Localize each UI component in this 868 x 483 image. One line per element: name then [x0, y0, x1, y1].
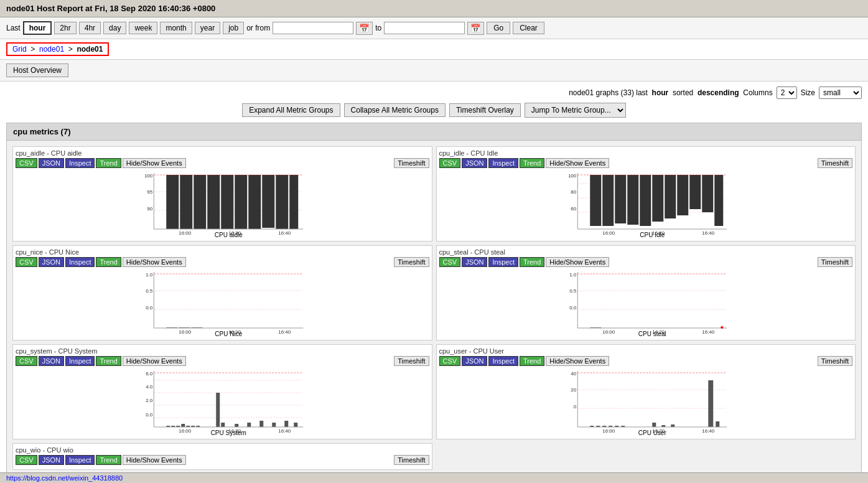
- graph-svg-user: 40 20 0 16:00 16:20 16:40 CPU User: [439, 368, 853, 436]
- svg-rect-4: [180, 175, 192, 229]
- graph-svg-nice: 1.0 0.5 0.0 16:00 16:20 16:40 CPU Nice: [16, 269, 429, 337]
- trend-button-nice[interactable]: Trend: [96, 257, 121, 267]
- hide-events-button-wio[interactable]: Hide/Show Events: [123, 455, 186, 465]
- json-button-nice[interactable]: JSON: [39, 257, 64, 267]
- hide-events-button-aidle[interactable]: Hide/Show Events: [123, 158, 186, 168]
- breadcrumb-current: node01: [77, 45, 103, 54]
- svg-rect-35: [689, 175, 701, 209]
- csv-button-idle[interactable]: CSV: [439, 158, 461, 168]
- time-btn-hour[interactable]: hour: [23, 21, 52, 35]
- json-button-wio[interactable]: JSON: [39, 455, 64, 465]
- hide-events-button-nice[interactable]: Hide/Show Events: [123, 257, 186, 267]
- svg-text:16:40: 16:40: [702, 329, 715, 335]
- time-btn-job[interactable]: job: [223, 22, 244, 34]
- timeshift-button-idle[interactable]: Timeshift: [818, 158, 852, 168]
- time-btn-4hr[interactable]: 4hr: [79, 22, 101, 34]
- breadcrumb-grid-link[interactable]: Grid: [12, 45, 27, 54]
- time-btn-day[interactable]: day: [103, 22, 126, 34]
- graph-cell-cpu-wio: cpu_wio - CPU wio CSV JSON Inspect Trend…: [12, 443, 432, 470]
- graph-buttons-user: CSV JSON Inspect Trend Hide/Show Events …: [439, 356, 853, 366]
- time-btn-year[interactable]: year: [195, 22, 220, 34]
- to-calendar-icon[interactable]: 📅: [467, 22, 484, 35]
- collapse-all-button[interactable]: Collapse All Metric Groups: [344, 103, 446, 117]
- time-btn-week[interactable]: week: [129, 22, 157, 34]
- graph-svg-aidle: 100 95 90 16:00 16:20 16:40 CPU aidle: [16, 170, 429, 238]
- csv-button-wio[interactable]: CSV: [16, 455, 37, 465]
- to-date-input[interactable]: [384, 22, 465, 34]
- trend-button-wio[interactable]: Trend: [96, 455, 121, 465]
- go-button[interactable]: Go: [487, 22, 510, 34]
- breadcrumb: Grid > node01 > node01: [6, 42, 109, 56]
- columns-select[interactable]: 2 1 3 4: [777, 87, 797, 99]
- json-button-user[interactable]: JSON: [462, 356, 487, 366]
- csv-button-aidle[interactable]: CSV: [16, 158, 37, 168]
- svg-text:CPU aidle: CPU aidle: [215, 232, 243, 238]
- inspect-button-nice[interactable]: Inspect: [65, 257, 95, 267]
- timeshift-button-steal[interactable]: Timeshift: [818, 257, 852, 267]
- size-select[interactable]: small medium large xlarge: [819, 87, 862, 99]
- timeshift-button-user[interactable]: Timeshift: [818, 356, 852, 366]
- inspect-button-idle[interactable]: Inspect: [488, 158, 518, 168]
- svg-text:1.0: 1.0: [146, 272, 153, 278]
- json-button-aidle[interactable]: JSON: [39, 158, 64, 168]
- graph-buttons-aidle: CSV JSON Inspect Trend Hide/Show Events …: [16, 158, 429, 168]
- graph-toolbar: Expand All Metric Groups Collapse All Me…: [6, 103, 862, 118]
- metric-group-title-text: cpu metrics (7): [13, 127, 70, 136]
- svg-rect-31: [640, 175, 651, 226]
- graph-metric-title-nice: cpu_nice - CPU Nice: [16, 248, 429, 256]
- graph-cell-cpu-nice: cpu_nice - CPU Nice CSV JSON Inspect Tre…: [12, 245, 432, 340]
- from-date-input[interactable]: [273, 22, 353, 34]
- svg-text:0.0: 0.0: [146, 305, 153, 311]
- csv-button-steal[interactable]: CSV: [439, 257, 461, 267]
- timeshift-overlay-button[interactable]: Timeshift Overlay: [449, 103, 521, 117]
- host-overview-button[interactable]: Host Overview: [6, 63, 68, 77]
- svg-text:100: 100: [567, 173, 576, 179]
- hide-events-button-system[interactable]: Hide/Show Events: [123, 356, 186, 366]
- graph-metric-title-aidle: cpu_aidle - CPU aidle: [16, 149, 429, 157]
- hide-events-button-steal[interactable]: Hide/Show Events: [546, 257, 609, 267]
- graph-cell-cpu-user: cpu_user - CPU User CSV JSON Inspect Tre…: [436, 344, 856, 439]
- json-button-steal[interactable]: JSON: [462, 257, 487, 267]
- breadcrumb-node01-link[interactable]: node01: [39, 45, 64, 54]
- time-btn-month[interactable]: month: [160, 22, 192, 34]
- json-button-system[interactable]: JSON: [39, 356, 64, 366]
- trend-button-steal[interactable]: Trend: [520, 257, 544, 267]
- inspect-button-system[interactable]: Inspect: [65, 356, 95, 366]
- timeshift-button-nice[interactable]: Timeshift: [394, 257, 429, 267]
- timeshift-button-system[interactable]: Timeshift: [394, 356, 429, 366]
- svg-text:0.0: 0.0: [146, 412, 153, 418]
- svg-text:20: 20: [571, 387, 576, 393]
- csv-button-user[interactable]: CSV: [439, 356, 461, 366]
- csv-button-system[interactable]: CSV: [16, 356, 37, 366]
- svg-text:4.0: 4.0: [146, 384, 153, 390]
- json-button-idle[interactable]: JSON: [462, 158, 487, 168]
- inspect-button-aidle[interactable]: Inspect: [65, 158, 95, 168]
- svg-rect-119: [652, 423, 656, 427]
- svg-text:CPU Nice: CPU Nice: [215, 331, 242, 337]
- inspect-button-wio[interactable]: Inspect: [65, 455, 95, 465]
- csv-button-nice[interactable]: CSV: [16, 257, 37, 267]
- graph-canvas-aidle: 100 95 90 16:00 16:20 16:40 CPU aidle: [16, 170, 429, 238]
- svg-rect-5: [194, 175, 206, 229]
- timeshift-button-aidle[interactable]: Timeshift: [394, 158, 429, 168]
- svg-text:60: 60: [571, 206, 576, 212]
- graph-time: hour: [652, 88, 669, 97]
- hide-events-button-idle[interactable]: Hide/Show Events: [546, 158, 609, 168]
- time-btn-2hr[interactable]: 2hr: [54, 22, 76, 34]
- graph-svg-system: 6.0 4.0 2.0 0.0 16:00 16:20 16:40 CPU Sy…: [16, 368, 429, 436]
- expand-all-button[interactable]: Expand All Metric Groups: [242, 103, 340, 117]
- trend-button-system[interactable]: Trend: [96, 356, 121, 366]
- inspect-button-user[interactable]: Inspect: [488, 356, 518, 366]
- trend-button-aidle[interactable]: Trend: [96, 158, 121, 168]
- jump-to-metric-group-select[interactable]: Jump To Metric Group...: [525, 103, 626, 118]
- graph-metric-title-user: cpu_user - CPU User: [439, 347, 853, 355]
- from-calendar-icon[interactable]: 📅: [356, 22, 373, 35]
- hide-events-button-user[interactable]: Hide/Show Events: [546, 356, 609, 366]
- trend-button-user[interactable]: Trend: [520, 356, 544, 366]
- inspect-button-steal[interactable]: Inspect: [488, 257, 518, 267]
- timeshift-button-wio[interactable]: Timeshift: [394, 455, 429, 465]
- svg-text:16:40: 16:40: [702, 428, 715, 434]
- status-bar: https://blog.csdn.net/weixin_44318880: [0, 472, 868, 483]
- clear-button[interactable]: Clear: [513, 22, 544, 34]
- trend-button-idle[interactable]: Trend: [520, 158, 544, 168]
